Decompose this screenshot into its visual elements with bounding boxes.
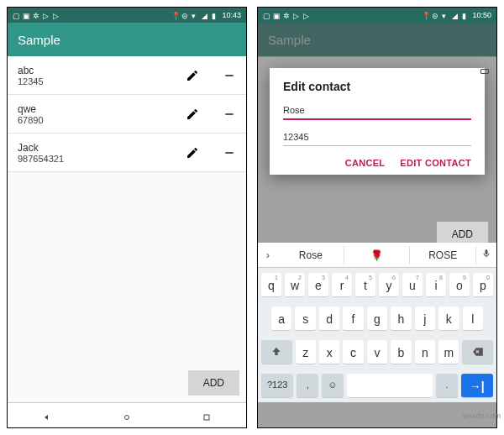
- key-j[interactable]: j: [415, 307, 435, 330]
- edit-icon[interactable]: [186, 146, 199, 160]
- home-icon[interactable]: [122, 411, 132, 421]
- suggestion-bar: › Rose 🌹 ROSE: [258, 243, 496, 268]
- key-i[interactable]: i8: [426, 273, 446, 296]
- list-item[interactable]: qwe 67890: [8, 95, 246, 134]
- back-icon[interactable]: [42, 411, 52, 421]
- keyboard: › Rose 🌹 ROSE q1 w2 e3 r4 t5 y6 u7 i8 o9…: [258, 243, 496, 402]
- nav-bar: [8, 402, 246, 427]
- key-p[interactable]: p0: [473, 273, 493, 296]
- key-q[interactable]: q1: [261, 273, 281, 296]
- key-row-4: ?123 , ☺ . →|: [258, 369, 496, 402]
- key-row-2: a s d f g h j k l: [258, 301, 496, 335]
- contact-text: abc 12345: [18, 65, 186, 86]
- notif-icon: ▣: [23, 12, 30, 19]
- status-bar: ▢ ▣ ✲ ▷ ▷ 📍 ⊝ ▾ ◢ ▮ 10:43: [8, 8, 246, 23]
- key-h[interactable]: h: [391, 307, 411, 330]
- signal-icon: ◢: [452, 12, 459, 19]
- keyboard-switch-icon[interactable]: [480, 65, 490, 75]
- key-row-3: z x c v b n m: [258, 335, 496, 369]
- key-o[interactable]: o9: [449, 273, 470, 296]
- key-z[interactable]: z: [296, 340, 316, 364]
- key-n[interactable]: n: [415, 340, 435, 364]
- wifi-icon: ▾: [192, 12, 199, 19]
- notif-icon: ▢: [13, 12, 20, 19]
- key-e[interactable]: e3: [308, 273, 328, 296]
- shift-key[interactable]: [261, 340, 292, 364]
- mic-icon[interactable]: [476, 249, 496, 261]
- phone-right: ▢ ▣ ✲ ▷ ▷ 📍 ⊝ ▾ ◢ ▮ 10:50 Sample Edit co…: [257, 7, 497, 428]
- key-b[interactable]: b: [391, 340, 411, 364]
- key-r[interactable]: r4: [332, 273, 352, 296]
- key-f[interactable]: f: [343, 307, 363, 330]
- notif-icon: ✲: [283, 12, 291, 19]
- key-k[interactable]: k: [438, 307, 459, 330]
- list-item[interactable]: abc 12345: [8, 56, 246, 95]
- location-icon: 📍: [171, 12, 179, 19]
- key-m[interactable]: m: [438, 340, 459, 364]
- space-key[interactable]: [347, 374, 433, 397]
- dnd-icon: ⊝: [432, 12, 439, 19]
- contact-name: Jack: [18, 142, 186, 154]
- contact-number: 67890: [18, 115, 186, 125]
- expand-suggestions-icon[interactable]: ›: [258, 249, 278, 261]
- key-l[interactable]: l: [463, 307, 483, 330]
- key-a[interactable]: a: [271, 307, 291, 330]
- notif-icon: ▷: [53, 12, 60, 19]
- suggestion[interactable]: 🌹: [344, 246, 411, 265]
- clock: 10:43: [222, 11, 241, 19]
- confirm-button[interactable]: EDIT CONTACT: [400, 158, 471, 168]
- dialog-title: Edit contact: [283, 80, 471, 93]
- notif-icon: ▷: [43, 12, 50, 19]
- period-key[interactable]: .: [436, 374, 458, 397]
- notif-icon: ▷: [293, 12, 301, 19]
- svg-rect-1: [225, 113, 233, 114]
- phone-left: ▢ ▣ ✲ ▷ ▷ 📍 ⊝ ▾ ◢ ▮ 10:43 Sample abc 123…: [7, 7, 247, 428]
- app-title: Sample: [18, 33, 60, 47]
- contact-name: abc: [18, 65, 186, 76]
- delete-icon[interactable]: [223, 107, 236, 121]
- key-s[interactable]: s: [295, 307, 315, 330]
- key-u[interactable]: u7: [402, 273, 423, 296]
- notif-icon: ✲: [33, 12, 40, 19]
- name-field[interactable]: [283, 102, 471, 120]
- key-y[interactable]: y6: [379, 273, 399, 296]
- key-w[interactable]: w2: [285, 273, 305, 296]
- notif-icon: ▣: [273, 12, 281, 19]
- dnd-icon: ⊝: [181, 12, 189, 19]
- number-field[interactable]: [283, 128, 471, 146]
- key-x[interactable]: x: [319, 340, 339, 364]
- key-c[interactable]: c: [343, 340, 363, 364]
- enter-key[interactable]: →|: [461, 374, 493, 397]
- status-right-icons: 📍 ⊝ ▾ ◢ ▮ 10:43: [171, 11, 241, 19]
- contacts-list: abc 12345 qwe 67890: [8, 56, 246, 172]
- notif-icon: ▢: [263, 12, 270, 19]
- key-d[interactable]: d: [319, 307, 339, 330]
- key-v[interactable]: v: [367, 340, 387, 364]
- add-button[interactable]: ADD: [188, 370, 239, 396]
- wifi-icon: ▾: [442, 12, 449, 19]
- contact-number: 987654321: [18, 154, 186, 164]
- edit-icon[interactable]: [186, 107, 199, 121]
- edit-icon[interactable]: [186, 69, 199, 82]
- battery-icon: ▮: [212, 12, 219, 19]
- delete-icon[interactable]: [223, 69, 236, 82]
- suggestion[interactable]: Rose: [278, 246, 344, 265]
- cancel-button[interactable]: CANCEL: [345, 158, 386, 168]
- watermark: wsxdn.com: [463, 411, 501, 420]
- delete-icon[interactable]: [223, 146, 236, 160]
- contact-text: qwe 67890: [18, 103, 186, 125]
- svg-rect-4: [204, 415, 209, 420]
- suggestion[interactable]: ROSE: [410, 246, 476, 265]
- emoji-key[interactable]: ☺: [322, 374, 344, 397]
- key-g[interactable]: g: [367, 307, 387, 330]
- location-icon: 📍: [422, 12, 429, 19]
- backspace-key[interactable]: [462, 340, 493, 364]
- notif-icon: ▷: [303, 12, 311, 19]
- key-t[interactable]: t5: [355, 273, 375, 296]
- signal-icon: ◢: [202, 12, 209, 19]
- list-item[interactable]: Jack 987654321: [8, 134, 246, 172]
- svg-rect-7: [481, 69, 489, 73]
- symbols-key[interactable]: ?123: [261, 374, 293, 397]
- comma-key[interactable]: ,: [297, 374, 318, 397]
- recents-icon[interactable]: [202, 411, 212, 421]
